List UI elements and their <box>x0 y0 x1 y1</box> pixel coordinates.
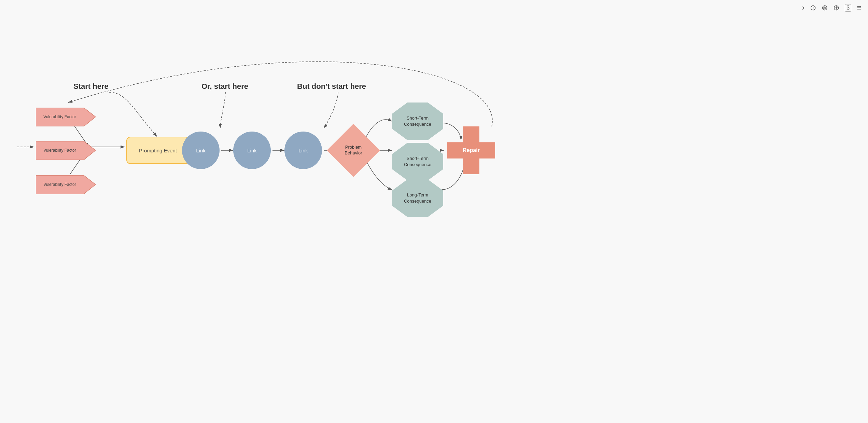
short-term-consequence-1[interactable]: Short-TermConsequence <box>392 103 443 140</box>
timer-icon[interactable]: ⊙ <box>810 3 816 12</box>
ltc-label: Long-TermConsequence <box>404 192 431 204</box>
prompting-event[interactable]: Prompting Event <box>126 137 190 164</box>
short-term-consequence-2[interactable]: Short-TermConsequence <box>392 143 443 180</box>
focus-icon[interactable]: ⊕ <box>833 3 839 12</box>
link-circle-1[interactable]: Link <box>182 132 220 169</box>
document-icon[interactable]: ≡ <box>857 3 861 12</box>
link-1-label: Link <box>196 148 206 153</box>
vuln-factor-2[interactable]: Vulerability Factor <box>36 141 96 160</box>
svg-text:Vulerability Factor: Vulerability Factor <box>43 182 76 187</box>
toolbar: › ⊙ ⊛ ⊕ 3 ≡ <box>802 3 861 12</box>
label-but-dont: But don't start here <box>297 82 366 91</box>
stc-1-label: Short-TermConsequence <box>404 115 431 127</box>
vuln-factor-1[interactable]: Vulerability Factor <box>36 108 96 126</box>
repair-label: Repair <box>463 147 480 153</box>
svg-text:Vulerability Factor: Vulerability Factor <box>43 114 76 119</box>
chevron-right-icon[interactable]: › <box>802 3 804 12</box>
link-3-label: Link <box>298 148 308 153</box>
target-icon[interactable]: ⊛ <box>822 3 828 12</box>
long-term-consequence[interactable]: Long-TermConsequence <box>392 179 443 217</box>
prompting-event-label: Prompting Event <box>139 148 177 153</box>
label-start-here: Start here <box>73 82 109 91</box>
badge-icon[interactable]: 3 <box>845 4 851 12</box>
link-circle-3[interactable]: Link <box>284 132 322 169</box>
link-2-label: Link <box>247 148 257 153</box>
stc-2-label: Short-TermConsequence <box>404 155 431 168</box>
link-circle-2[interactable]: Link <box>233 132 271 169</box>
label-or-start-here: Or, start here <box>201 82 248 91</box>
problem-behavior[interactable]: ProblemBehavior <box>333 130 374 171</box>
problem-behavior-label: ProblemBehavior <box>345 145 362 156</box>
vuln-factor-3[interactable]: Vulerability Factor <box>36 175 96 194</box>
svg-text:Vulerability Factor: Vulerability Factor <box>43 148 76 153</box>
repair-cross[interactable]: Repair <box>444 123 499 178</box>
